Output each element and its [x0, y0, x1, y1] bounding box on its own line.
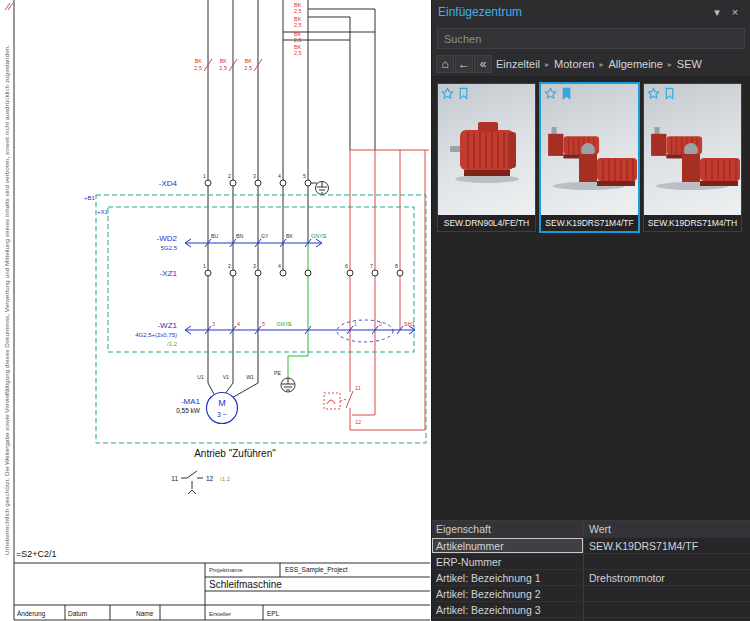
- pe-wire[interactable]: [288, 243, 308, 378]
- contact-pin-11: 11: [171, 475, 178, 482]
- creator-label: Ersteller: [209, 611, 231, 617]
- conductor-color: BK: [286, 233, 293, 239]
- property-name[interactable]: Artikelnummer: [432, 538, 584, 553]
- bookmark-icon[interactable]: [663, 87, 676, 100]
- terminal-number: 3: [253, 173, 256, 179]
- header-eigenschaft[interactable]: Eigenschaft: [432, 521, 584, 537]
- property-row[interactable]: Artikel: Bezeichnung 2: [432, 585, 750, 601]
- home-icon[interactable]: ⌂: [436, 55, 454, 73]
- terminal-number: 3: [253, 263, 256, 269]
- property-row[interactable]: Artikel: Bezeichnung 3: [432, 601, 750, 617]
- breadcrumb-item-einzelteil[interactable]: Einzelteil: [493, 56, 543, 72]
- conductor-number: 2: [379, 321, 382, 327]
- search-bar: [432, 24, 750, 52]
- panel-empty-area: [432, 238, 750, 520]
- panel-titlebar: Einfügezentrum ▾ ×: [432, 0, 750, 24]
- conductor-color: GY: [261, 233, 269, 239]
- svg-text:2,5: 2,5: [294, 8, 302, 14]
- part-tile[interactable]: SEW.K19DRS71M4/TH: [643, 83, 742, 232]
- terminal-strip-xz1[interactable]: [205, 270, 403, 276]
- part-tile-label: SEW.K19DRS71M4/TH: [644, 215, 741, 231]
- cable-size-wz1: 4G2,5+(2x0,75): [135, 332, 177, 338]
- motor-m: M: [218, 398, 226, 408]
- cross-reference: /1.2: [167, 341, 178, 347]
- property-name[interactable]: ERP-Nummer: [432, 554, 584, 569]
- structure-label-x1: +X1: [97, 209, 109, 215]
- search-input[interactable]: [437, 28, 745, 49]
- conductor-shield: SH1: [404, 321, 415, 327]
- conductor-number: 1: [354, 321, 357, 327]
- properties-grid: Eigenschaft Wert Artikelnummer SEW.K19DR…: [432, 520, 750, 621]
- thermal-pin-12: 12: [355, 419, 361, 425]
- device-label-wd2: -WD2: [157, 234, 178, 243]
- eplan-window: Urheberrechtlich geschützt. Die Weiterga…: [0, 0, 750, 621]
- terminal-number: 2: [228, 173, 231, 179]
- breadcrumb-item-allgemeine[interactable]: Allgemeine: [605, 56, 665, 72]
- svg-text:2,5: 2,5: [294, 37, 302, 43]
- property-row[interactable]: Artikelnummer SEW.K19DRS71M4/TF: [432, 537, 750, 553]
- panel-title: Einfügezentrum: [438, 5, 708, 19]
- breadcrumb-item-motoren[interactable]: Motoren: [551, 56, 597, 72]
- cable-wd2[interactable]: [185, 239, 322, 247]
- terminal-number: 1: [203, 173, 206, 179]
- structure-label-b1: +B1: [84, 195, 96, 201]
- breadcrumb-item-sew[interactable]: SEW: [674, 56, 705, 72]
- header-wert[interactable]: Wert: [584, 523, 750, 535]
- terminal-number: 4: [278, 263, 281, 269]
- thermal-contact-symbol[interactable]: [324, 393, 347, 409]
- motor-terminal-v1: V1: [223, 374, 229, 380]
- property-value[interactable]: Drehstrommotor: [584, 572, 750, 584]
- terminal-number: 7: [370, 263, 373, 269]
- conductor-number: 5: [262, 321, 265, 327]
- collapse-icon[interactable]: «: [474, 55, 492, 73]
- part-tile-label: SEW.DRN90L4/FE/TH: [438, 215, 535, 231]
- schematic-page: Urheberrechtlich geschützt. Die Weiterga…: [0, 0, 431, 621]
- property-value[interactable]: SEW.K19DRS71M4/TF: [584, 540, 750, 552]
- device-label-xz1: -XZ1: [160, 269, 178, 278]
- bookmark-icon[interactable]: [560, 87, 573, 100]
- mirror-contact[interactable]: [181, 471, 203, 494]
- revision-col-aenderung: Änderung: [17, 610, 46, 618]
- bookmark-icon[interactable]: [457, 87, 470, 100]
- property-row[interactable]: Artikel: Hersteller SEW: [432, 617, 750, 621]
- terminal-number: 6: [345, 263, 348, 269]
- property-name[interactable]: Artikel: Bezeichnung 3: [432, 602, 584, 617]
- project-name-value: ESS_Sample_Project: [285, 566, 348, 574]
- part-tile[interactable]: SEW.DRN90L4/FE/TH: [437, 83, 536, 232]
- motor-terminal-pe: PE: [274, 370, 281, 376]
- drawing-title: Schleifmaschine: [209, 579, 282, 590]
- favorite-star-icon[interactable]: [647, 87, 660, 100]
- copyright-text: Urheberrechtlich geschützt. Die Weiterga…: [4, 45, 10, 555]
- terminal-strip-xd4[interactable]: [205, 180, 311, 186]
- conductor-color-gnye: GNYE: [311, 233, 327, 239]
- property-row[interactable]: ERP-Nummer: [432, 553, 750, 569]
- earth-symbol-motor: [281, 378, 295, 392]
- location-label: =S2+C2/1: [16, 549, 57, 559]
- property-row[interactable]: Artikel: Bezeichnung 1 Drehstrommotor: [432, 569, 750, 585]
- part-image-motor: [438, 84, 535, 215]
- terminal-number: 4: [278, 173, 281, 179]
- favorite-star-icon[interactable]: [544, 87, 557, 100]
- earth-symbol-xd4: [311, 181, 329, 195]
- schematic-canvas[interactable]: Urheberrechtlich geschützt. Die Weiterga…: [0, 0, 431, 621]
- chevron-right-icon: ▸: [667, 60, 673, 69]
- property-name[interactable]: Artikel: Bezeichnung 1: [432, 570, 584, 585]
- conductor-number: 3: [212, 321, 215, 327]
- device-label-wz1: -WZ1: [157, 321, 177, 330]
- terminal-number: 1: [203, 263, 206, 269]
- favorite-star-icon[interactable]: [441, 87, 454, 100]
- part-tile-selected[interactable]: SEW.K19DRS71M4/TF: [539, 82, 640, 233]
- terminal-number: 8: [395, 263, 398, 269]
- property-name[interactable]: Artikel: Bezeichnung 2: [432, 586, 584, 601]
- panel-close-icon[interactable]: ×: [726, 6, 744, 18]
- device-label-xd4: -XD4: [159, 179, 178, 188]
- revision-col-datum: Datum: [68, 610, 87, 617]
- chevron-right-icon: ▸: [544, 60, 550, 69]
- back-icon[interactable]: ←: [455, 55, 473, 73]
- cable-wz1[interactable]: [185, 326, 415, 334]
- cable-marker[interactable]: [337, 320, 393, 342]
- motor-power: 0,55 kW: [176, 407, 201, 414]
- thermal-pin-11: 11: [355, 385, 361, 391]
- panel-dropdown-icon[interactable]: ▾: [708, 6, 726, 19]
- insert-center-panel: Einfügezentrum ▾ × ⌂ ← « Einzelteil ▸ Mo…: [431, 0, 750, 621]
